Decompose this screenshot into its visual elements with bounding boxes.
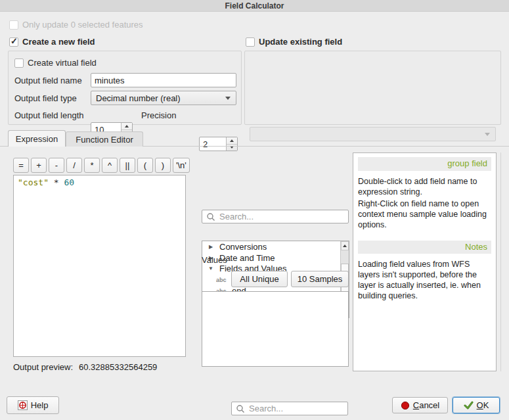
update-field-groupbox: [244, 51, 501, 125]
operator-divide-button[interactable]: /: [66, 158, 82, 173]
values-label: Values: [202, 255, 227, 265]
output-field-length-label: Output field length: [14, 110, 84, 120]
tree-group-label: Conversions: [219, 242, 267, 252]
checkbox-checked-icon[interactable]: [9, 37, 18, 47]
precision-value: 2: [203, 139, 208, 149]
tab-expression[interactable]: Expression: [8, 130, 66, 147]
up-arrow-icon: [125, 125, 129, 128]
output-field-type-value: Decimal number (real): [96, 93, 181, 103]
operator-minus-button[interactable]: -: [49, 158, 64, 173]
precision-label: Precision: [141, 110, 176, 120]
help-body-line: Double-click to add field name to expres…: [358, 176, 491, 197]
output-field-type-select[interactable]: Decimal number (real): [91, 91, 236, 105]
output-field-name-input[interactable]: minutes: [91, 73, 236, 87]
scroll-up-button[interactable]: [341, 241, 349, 250]
create-virtual-field-label: Create virtual field: [28, 58, 97, 68]
chevron-down-icon: [225, 97, 231, 100]
search-icon: [236, 404, 245, 413]
create-virtual-field-checkbox[interactable]: Create virtual field: [14, 58, 97, 68]
operator-plus-button[interactable]: +: [31, 158, 47, 173]
operator-close-paren-button[interactable]: ): [155, 158, 171, 173]
help-button-label: Help: [31, 400, 49, 410]
samples-label: 10 Samples: [298, 274, 343, 284]
operator-newline-button[interactable]: '\n': [173, 158, 190, 173]
expression-number-token: 60: [64, 177, 74, 187]
update-existing-field-label: Update existing field: [259, 37, 342, 47]
output-field-type-label: Output field type: [14, 93, 77, 103]
up-arrow-icon: [230, 139, 234, 142]
all-unique-button[interactable]: All Unique: [231, 271, 288, 287]
function-help-panel: group field Double-click to add field na…: [353, 152, 497, 371]
operator-equals-button[interactable]: =: [13, 158, 29, 173]
only-update-label: Only update 0 selected features: [22, 20, 143, 30]
output-field-name-value: minutes: [95, 76, 125, 85]
ok-check-icon: [464, 401, 474, 409]
chevron-down-icon: [485, 133, 490, 136]
tree-group-label: Date and Time: [219, 253, 275, 263]
precision-stepper[interactable]: 2: [199, 137, 238, 151]
operator-multiply-button[interactable]: *: [84, 158, 100, 173]
string-field-icon: abc: [216, 277, 232, 283]
function-search-input[interactable]: [218, 210, 347, 223]
up-arrow-icon: [343, 245, 347, 247]
ok-button[interactable]: OK: [453, 397, 500, 413]
update-existing-field-checkbox[interactable]: Update existing field: [246, 37, 342, 47]
operator-power-button[interactable]: ^: [102, 158, 118, 173]
output-preview-label: Output preview:: [13, 362, 73, 372]
cancel-button-label: Cancel: [413, 400, 439, 410]
cancel-button[interactable]: Cancel: [392, 397, 448, 413]
help-body-line: Right-Click on field name to open contex…: [358, 198, 491, 230]
existing-field-select: [250, 127, 496, 141]
tab-function-editor-label: Function Editor: [76, 135, 133, 145]
tab-function-editor[interactable]: Function Editor: [66, 131, 143, 147]
tree-group-conversions[interactable]: ▶ Conversions: [202, 241, 340, 252]
values-search-input[interactable]: [248, 402, 346, 415]
search-icon: [206, 212, 215, 222]
function-search[interactable]: [202, 210, 349, 223]
window-title: Field Calculator: [0, 0, 509, 12]
field-calculator-dialog: Field Calculator Only update 0 selected …: [0, 0, 509, 420]
expand-right-icon[interactable]: ▶: [202, 244, 219, 250]
values-search[interactable]: [231, 402, 348, 415]
create-new-field-checkbox[interactable]: Create a new field: [9, 37, 95, 47]
tab-expression-label: Expression: [16, 134, 58, 144]
help-icon: [18, 400, 28, 410]
values-list[interactable]: [202, 291, 349, 367]
operator-open-paren-button[interactable]: (: [137, 158, 153, 173]
output-preview-value: 60.32885332564259: [79, 362, 157, 372]
create-new-field-label: Create a new field: [22, 37, 95, 47]
output-field-name-label: Output field name: [14, 76, 82, 85]
help-group-title: group field: [358, 157, 491, 171]
expression-field-token: "cost": [18, 177, 49, 187]
expression-editor[interactable]: "cost" * 60: [13, 175, 186, 357]
samples-button[interactable]: 10 Samples: [291, 271, 349, 287]
cancel-icon: [401, 401, 410, 410]
checkbox-icon[interactable]: [246, 37, 255, 47]
help-button[interactable]: Help: [7, 396, 59, 414]
expand-down-icon[interactable]: ▼: [202, 266, 219, 271]
operator-concat-button[interactable]: ||: [120, 158, 135, 173]
stepper-buttons[interactable]: [226, 137, 237, 151]
checkbox-icon[interactable]: [9, 20, 18, 30]
checkbox-icon[interactable]: [14, 58, 24, 68]
panel-splitter[interactable]: [500, 152, 501, 371]
operator-button-row: = + - / * ^ || ( ) '\n': [13, 158, 190, 173]
ok-button-label: OK: [477, 400, 489, 410]
only-update-checkbox[interactable]: Only update 0 selected features: [9, 20, 143, 30]
help-notes-body: Loading field values from WFS layers isn…: [358, 259, 491, 301]
expression-operator-token: *: [49, 177, 64, 187]
help-notes-title: Notes: [358, 241, 491, 254]
all-unique-label: All Unique: [240, 274, 278, 284]
output-preview: Output preview: 60.32885332564259: [13, 362, 157, 372]
